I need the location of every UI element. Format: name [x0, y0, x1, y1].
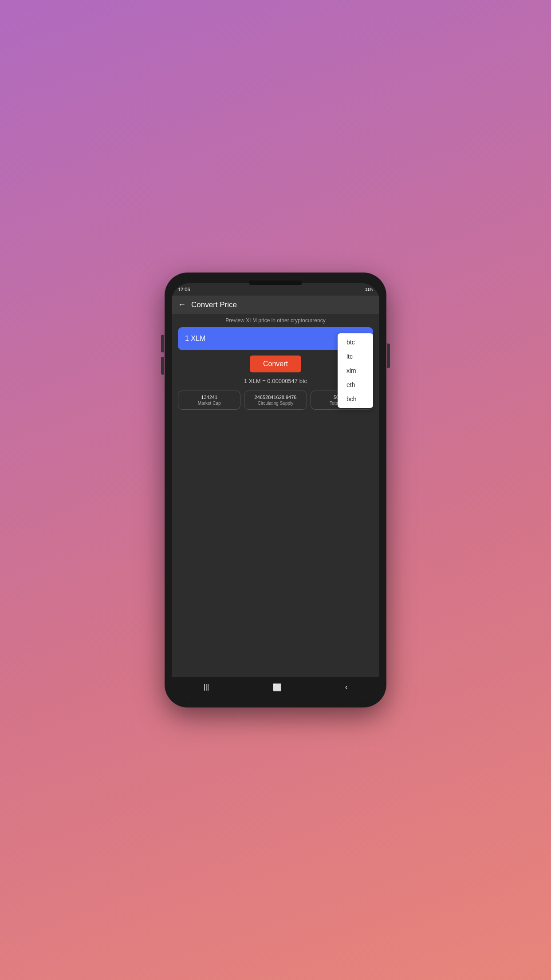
dropdown-item-ltc[interactable]: ltc [338, 349, 373, 364]
back-nav-button[interactable]: ‹ [345, 683, 347, 691]
dropdown-item-xlm[interactable]: xlm [338, 364, 373, 378]
volume-up-button[interactable] [161, 335, 164, 352]
market-cap-label: Market Cap [198, 401, 221, 406]
dropdown-item-eth[interactable]: eth [338, 378, 373, 392]
page-title: Convert Price [191, 300, 237, 309]
status-bar: 12:06 31% [172, 283, 379, 296]
status-icons: 31% [365, 287, 373, 292]
dropdown-item-btc[interactable]: btc [338, 335, 373, 349]
back-button[interactable]: ← [178, 300, 186, 309]
market-cap-value: 134241 [201, 395, 217, 400]
status-time: 12:06 [178, 287, 190, 292]
bottom-nav: ||| ⬜ ‹ [172, 677, 379, 697]
convert-button[interactable]: Convert [250, 356, 301, 372]
xlm-input-label: 1 XLM [185, 335, 205, 343]
circulating-supply-label: Circulating Supply [258, 401, 294, 406]
circulating-supply-box: 24652841628.9476 Circulating Supply [244, 391, 307, 410]
currency-dropdown[interactable]: btc ltc xlm eth bch [338, 333, 373, 408]
dropdown-item-bch[interactable]: bch [338, 392, 373, 406]
app-content: ← Convert Price Preview XLM price in oth… [172, 296, 379, 677]
main-area: 1 XLM ⇄ btc ltc xlm eth bch Convert 1 XL… [172, 327, 379, 677]
volume-down-button[interactable] [161, 357, 164, 375]
recents-button[interactable]: ||| [204, 683, 209, 691]
phone-device: 12:06 31% ← Convert Price Preview XLM pr… [165, 273, 386, 707]
home-button[interactable]: ⬜ [273, 683, 282, 692]
app-header: ← Convert Price [172, 296, 379, 314]
circulating-supply-value: 24652841628.9476 [255, 395, 297, 400]
subtitle-text: Preview XLM price in other cryptocurrenc… [172, 314, 379, 327]
battery-icon: 31% [365, 287, 373, 292]
market-cap-box: 134241 Market Cap [178, 391, 240, 410]
phone-screen: 12:06 31% ← Convert Price Preview XLM pr… [172, 283, 379, 697]
power-button[interactable] [387, 344, 390, 368]
